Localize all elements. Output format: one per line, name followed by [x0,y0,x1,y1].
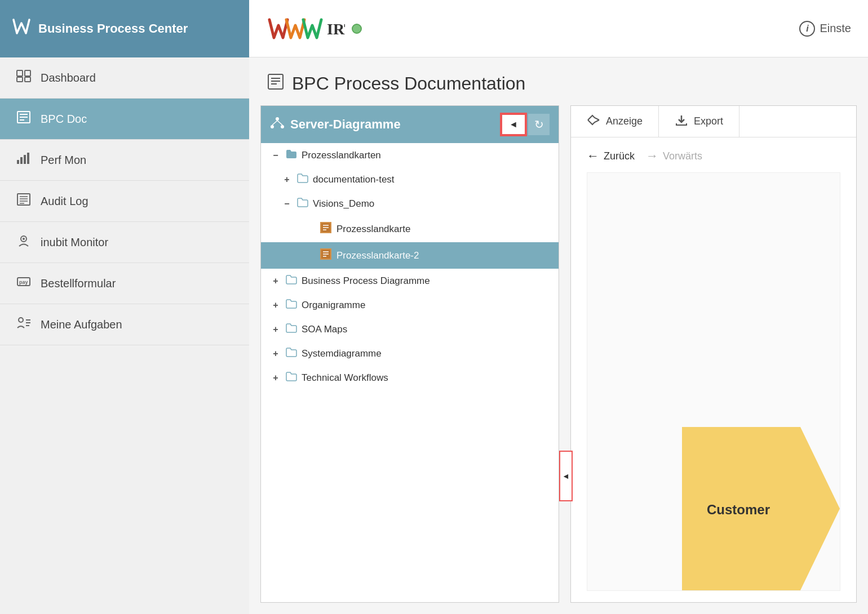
tree-panel: Server-Diagramme ◄ ↻ [260,105,559,603]
folder-icon-soa [286,323,297,336]
tab-export[interactable]: Export [659,106,739,137]
sidebar-item-audit-log[interactable]: Audit Log [0,181,249,222]
panel-spacer [559,105,570,603]
tree-item-label: Technical Workflows [302,372,388,384]
tree-item-label: Systemdiagramme [302,348,382,359]
svg-text:pay: pay [19,279,28,285]
anzeige-icon [587,114,600,128]
tree-item-prozesslandkarte-2[interactable]: Prozesslandkarte-2 [261,242,559,269]
sidebar-item-bpc-doc[interactable]: BPC Doc [0,99,249,140]
settings-label[interactable]: Einste [820,22,851,35]
bestellformular-icon: pay [16,275,32,291]
process-map-icon-2 [320,248,332,263]
svg-rect-11 [20,157,23,164]
app-logo-icon [11,16,32,41]
svg-rect-13 [27,153,29,164]
app-container: Business Process Center IRTIMO [0,0,868,614]
forward-arrow-icon: → [646,149,658,163]
svg-point-31 [276,117,279,121]
right-panel: Anzeige Export ← [570,105,857,603]
svg-point-32 [271,125,274,128]
sidebar-item-dashboard[interactable]: Dashboard [0,57,249,99]
tree-item-technical-workflows[interactable]: + Technical Workflows [261,366,559,390]
tree-item-label: SOA Maps [302,324,347,335]
tree-item-visions-demo[interactable]: − Visions_Demo [261,192,559,216]
top-header: Business Process Center IRTIMO [0,0,868,57]
tree-panel-title: Server-Diagramme [270,117,401,132]
tree-item-documentation-test[interactable]: + documentation-test [261,167,559,192]
app-title: Business Process Center [38,21,188,36]
tree-header-actions: ◄ ↻ [501,114,550,135]
tree-body: − Prozesslandkarten + [261,143,559,602]
tree-item-prozesslandkarten[interactable]: − Prozesslandkarten [261,143,559,167]
tree-panel-header: Server-Diagramme ◄ ↻ [261,106,559,143]
page-title-bar: BPC Process Documentation [249,57,868,105]
svg-rect-3 [25,70,30,76]
expand-icon: + [270,276,281,286]
tree-item-label: Organigramme [302,300,365,311]
tab-anzeige[interactable]: Anzeige [571,106,659,137]
bpc-doc-icon [16,111,32,127]
expand-icon: − [281,199,293,209]
folder-icon-org [286,299,297,312]
panels-area: Server-Diagramme ◄ ↻ [249,105,868,614]
customer-text: Customer [707,502,770,517]
expand-icon: + [270,324,281,335]
tree-item-label: Prozesslandkarten [302,150,381,161]
export-icon [675,114,688,129]
svg-line-34 [272,121,277,125]
folder-icon-doc-test [297,173,308,186]
app-title-block: Business Process Center [11,16,188,41]
folder-icon-prozesslandkarten [286,149,297,162]
forward-button[interactable]: → Vorwärts [646,149,702,163]
audit-log-label: Audit Log [41,195,88,208]
content-area: Dashboard BPC Doc Perf Mon Audit Log [0,57,868,614]
svg-rect-10 [17,160,19,164]
process-map-icon [320,221,332,237]
folder-icon-system [286,347,297,360]
tree-item-label: Prozesslandkarte [336,224,410,235]
svg-point-33 [281,125,284,128]
folder-icon-tech [286,371,297,384]
virtimo-logo: IRTIMO [266,15,362,42]
customer-shape-container: Customer [682,427,840,590]
tree-item-label: documentation-test [313,174,395,185]
tree-item-organigramme[interactable]: + Organigramme [261,293,559,317]
inubit-monitor-icon [16,234,32,250]
expand-icon: + [281,175,293,185]
tree-item-soa-maps[interactable]: + SOA Maps [261,317,559,341]
svg-rect-5 [25,77,30,82]
main-header: IRTIMO i Einste [249,0,868,57]
svg-line-35 [277,121,282,125]
sidebar-item-inubit-monitor[interactable]: inubit Monitor [0,222,249,263]
vertical-collapse-handle[interactable]: ◄ [559,451,573,501]
expand-icon: − [270,150,281,161]
forward-label: Vorwärts [663,150,702,162]
tree-item-label: Visions_Demo [313,198,374,210]
info-icon[interactable]: i [799,21,815,37]
folder-icon-bp [286,274,297,287]
dashboard-label: Dashboard [41,72,96,84]
tree-item-prozesslandkarte[interactable]: Prozesslandkarte [261,216,559,242]
right-panel-body: ← Zurück → Vorwärts [571,137,856,602]
expand-icon: + [270,300,281,310]
perf-mon-label: Perf Mon [41,154,86,167]
tree-item-label: Business Process Diagramme [302,275,430,287]
sidebar-item-meine-aufgaben[interactable]: Meine Aufgaben [0,304,249,345]
diagram-area: Customer [587,172,840,591]
perf-mon-icon [16,152,32,168]
tree-item-systemdiagramme[interactable]: + Systemdiagramme [261,341,559,366]
tree-collapse-button[interactable]: ◄ [501,114,526,135]
page-title-icon [267,73,284,94]
tab-export-label: Export [694,115,723,127]
virtimo-logo-graphic: IRTIMO [266,15,345,42]
sidebar-item-perf-mon[interactable]: Perf Mon [0,140,249,181]
tree-refresh-button[interactable]: ↻ [528,114,550,135]
back-label: Zurück [604,150,635,162]
folder-icon-visions-demo [297,197,308,210]
tree-panel-label: Server-Diagramme [290,117,401,132]
sidebar-item-bestellformular[interactable]: pay Bestellformular [0,263,249,304]
server-diagramme-icon [270,117,285,132]
tree-item-business-process[interactable]: + Business Process Diagramme [261,269,559,293]
back-button[interactable]: ← Zurück [587,149,635,163]
